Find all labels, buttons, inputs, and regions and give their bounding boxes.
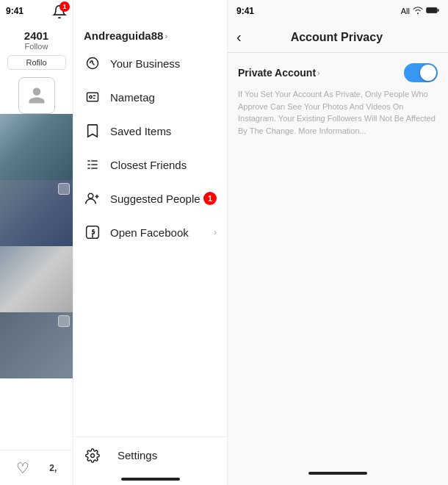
wifi-icon — [413, 6, 423, 16]
private-account-label-group[interactable]: Private Account › — [238, 67, 320, 79]
svg-rect-2 — [87, 93, 98, 101]
photo-2[interactable] — [0, 180, 73, 246]
time-left: 9:41 — [6, 6, 24, 16]
menu-item-nametag[interactable]: Nametag — [73, 80, 227, 114]
heart-icon[interactable]: ♡ — [16, 459, 29, 477]
username-chevron: › — [165, 32, 167, 40]
suggested-people-badge: 1 — [203, 192, 217, 205]
right-panel: 9:41 All ‹ Account Privacy — [228, 0, 448, 485]
menu-label-your-business: Your Business — [110, 57, 217, 70]
settings-row[interactable]: Settings — [73, 436, 227, 473]
middle-panel: Andreaguida88 › Your Business — [73, 0, 228, 485]
status-bar-right: 9:41 All — [228, 0, 448, 22]
menu-item-your-business[interactable]: Your Business — [73, 46, 227, 80]
follower-count: 2401 — [24, 29, 48, 42]
profile-label: Rofilo — [7, 55, 66, 70]
signal-all-text: All — [401, 7, 410, 15]
right-content: Private Account › If You Set Your Accoun… — [228, 53, 448, 270]
svg-rect-15 — [427, 7, 437, 12]
open-facebook-arrow: › — [214, 227, 217, 237]
bottom-indicator-right — [308, 472, 367, 475]
menu-label-saved-items: Saved Items — [110, 125, 217, 137]
profile-stats: 2401 Follow — [24, 29, 48, 51]
svg-rect-16 — [438, 9, 439, 12]
svg-point-3 — [90, 96, 92, 98]
menu-item-open-facebook[interactable]: Open Facebook › — [73, 215, 227, 249]
status-icons-right: All — [401, 6, 439, 16]
menu-label-open-facebook: Open Facebook — [110, 226, 214, 239]
avatar — [18, 77, 55, 114]
svg-point-14 — [91, 453, 95, 457]
time-right: 9:41 — [236, 6, 254, 16]
bottom-indicator-mid — [121, 478, 180, 481]
photo-3[interactable] — [0, 246, 73, 312]
menu-item-saved-items[interactable]: Saved Items — [73, 114, 227, 148]
photo-grid — [0, 114, 73, 450]
bottom-bar-left: ♡ 2, — [0, 450, 73, 485]
right-header: ‹ Account Privacy — [228, 22, 448, 53]
photo-badge-4 — [58, 315, 70, 327]
bottom-count: 2, — [49, 463, 57, 473]
username-row[interactable]: Andreaguida88 › — [73, 22, 227, 46]
photo-badge-2 — [58, 183, 70, 195]
toggle-thumb — [420, 65, 436, 81]
left-panel: 9:41 1 2401 Follow Rofilo — [0, 0, 73, 485]
menu-item-closest-friends[interactable]: Closest Friends — [73, 148, 227, 182]
menu-list: Your Business Nametag Saved Items — [73, 46, 227, 436]
svg-point-10 — [88, 193, 93, 198]
notification-icon[interactable]: 1 — [52, 4, 67, 23]
person-add-icon — [84, 190, 101, 207]
nametag-icon — [84, 88, 101, 106]
private-account-toggle[interactable] — [404, 63, 438, 82]
follower-label: Follow — [25, 42, 48, 51]
business-icon — [84, 54, 101, 72]
private-account-row: Private Account › — [238, 63, 438, 82]
bookmark-icon — [84, 122, 101, 140]
back-button[interactable]: ‹ — [236, 29, 242, 46]
username: Andreaguida88 — [84, 29, 163, 42]
settings-icon — [84, 447, 101, 464]
photo-1[interactable] — [0, 114, 73, 180]
private-account-chevron: › — [317, 68, 320, 77]
header-title: Account Privacy — [249, 31, 424, 44]
settings-label: Settings — [118, 449, 157, 461]
menu-label-nametag: Nametag — [110, 91, 217, 104]
battery-icon — [426, 7, 439, 15]
right-spacer — [228, 270, 448, 467]
menu-label-suggested-people: Suggested People — [110, 193, 203, 205]
menu-item-suggested-people[interactable]: Suggested People 1 — [73, 182, 227, 215]
bell-icon: 1 — [52, 4, 67, 23]
right-bottom-pad — [228, 479, 448, 485]
notification-badge: 1 — [59, 1, 70, 12]
photo-4[interactable] — [0, 312, 73, 378]
list-icon — [84, 156, 101, 173]
status-bar-mid — [73, 0, 227, 22]
private-account-label: Private Account — [238, 67, 316, 79]
privacy-description: If You Set Your Account As Private, Only… — [238, 88, 438, 137]
menu-label-closest-friends: Closest Friends — [110, 159, 217, 171]
facebook-icon — [84, 223, 101, 241]
